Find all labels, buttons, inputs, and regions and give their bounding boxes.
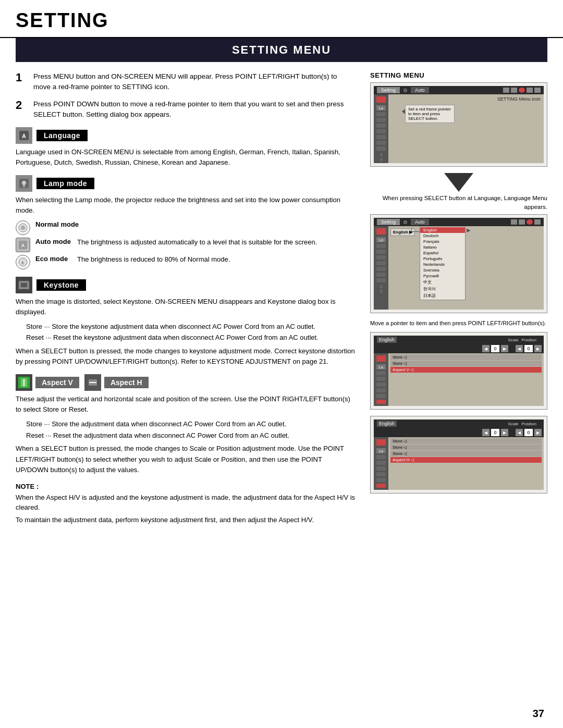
- ctrl-right-4[interactable]: ▶: [534, 429, 542, 436]
- mock-main-1: SETTING Menu icon Set a red frame pointe…: [388, 94, 544, 163]
- eco-mode-label: Eco mode: [35, 255, 72, 263]
- lang-italiano: Italiano: [420, 244, 465, 250]
- svg-point-6: [21, 226, 25, 230]
- setting-menu-icon-label: SETTING Menu icon: [497, 96, 541, 102]
- row-store-3: Store ◁: [390, 438, 542, 444]
- main-content: 1 Press MENU button and ON-SCREEN MENU w…: [0, 71, 563, 525]
- position-label-3: Position: [522, 338, 536, 342]
- note-title: NOTE :: [16, 483, 356, 490]
- row-aspect-h: Aspect H ◁: [390, 457, 542, 463]
- language-section-header: A Language: [16, 127, 356, 144]
- lang-russian: Русский: [420, 273, 465, 279]
- mock-screen-4: English Scale Position ◀ 0 ▶ ◀ 0 ▶ La: [370, 416, 547, 493]
- note-section: NOTE : When the Aspect H/V is adjusted a…: [16, 483, 356, 525]
- ctrl-val-2: 0: [524, 345, 533, 352]
- svg-rect-4: [23, 185, 25, 187]
- page-title: SETTING: [16, 9, 547, 32]
- step-2: 2 Press POINT DOWN button to move a red-…: [16, 99, 356, 120]
- row-store-1: Store ◁: [390, 354, 542, 360]
- aspect-v-icon: [16, 374, 32, 391]
- mock-main-3: Store ◁ Store ◁ Aspect V ◁: [388, 353, 544, 406]
- arrow-down-icon: [444, 173, 473, 192]
- mock-screen-1: Setting ⚙ Auto La: [370, 82, 547, 167]
- aspect-h-label: Aspect H: [104, 377, 149, 388]
- aspect-select-text: When a SELECT button is pressed, the mod…: [16, 443, 356, 475]
- auto-mode-row: A Auto mode The brightness is adjusted a…: [16, 238, 356, 252]
- mock-tab-setting: Setting: [377, 87, 400, 93]
- mock-layout-2: La English ▶ English: [374, 226, 544, 310]
- mock-layout-4: La Store ◁ Store ◁ Store ◁ Aspect H ◁: [374, 437, 544, 490]
- keystone-select-text: When a SELECT button is pressed, the mod…: [16, 346, 356, 367]
- ctrl-right-3[interactable]: ▶: [501, 429, 508, 436]
- lang-portugues: Português: [420, 256, 465, 262]
- row-store-4: Store ◁: [390, 445, 542, 450]
- left-column: 1 Press MENU button and ON-SCREEN MENU w…: [16, 71, 370, 525]
- right-section-title: SETTING MENU: [370, 71, 547, 79]
- ctrl-right-2[interactable]: ▶: [534, 345, 542, 352]
- aspect-h-icon: [84, 374, 101, 391]
- note-line-2: To maintain the adjustment data, perform…: [16, 515, 356, 525]
- aspect-reset-text: Reset ··· Reset the adjustment data when…: [26, 430, 356, 441]
- right-column: SETTING MENU Setting ⚙ Auto La: [370, 71, 547, 525]
- mock-topbar-1: Setting ⚙ Auto: [374, 86, 544, 94]
- mock-sidebar-2: La: [374, 226, 388, 310]
- step-1: 1 Press MENU button and ON-SCREEN MENU w…: [16, 71, 356, 93]
- ctrl-left-4[interactable]: ◀: [516, 429, 523, 436]
- ctrl-right-1[interactable]: ▶: [501, 345, 508, 352]
- step-text-2: Press POINT DOWN button to move a red-fr…: [33, 99, 356, 120]
- section-title: SETTING MENU: [16, 38, 547, 62]
- mock-english-label-3: English: [377, 337, 397, 343]
- keystone-section-header: Keystone: [16, 277, 356, 293]
- lang-arrow: ▶: [467, 227, 471, 233]
- language-icon: A: [16, 127, 32, 144]
- note-line-1: When the Aspect H/V is adjusted and the …: [16, 492, 356, 513]
- lang-korean: 한국어: [420, 286, 465, 292]
- mock-layout-1: La SETTING Menu icon: [374, 94, 544, 163]
- scale-label-3: Scale: [508, 338, 519, 342]
- pointer-line: [411, 231, 420, 232]
- keystone-reset-text: Reset ··· Reset the keystone adjustment …: [26, 332, 356, 343]
- row-store-2: Store ◁: [390, 361, 542, 366]
- lang-svenska: Svenska: [420, 267, 465, 273]
- eco-mode-row: E Eco mode The brightness is reduced to …: [16, 255, 356, 269]
- lang-espanol: Español: [420, 250, 465, 256]
- lang-deutsch: Deutsch: [420, 233, 465, 239]
- aspect-section-header: Aspect V Aspect H: [16, 374, 356, 391]
- language-list: English Deutsch Français Italiano Españo…: [420, 226, 466, 300]
- row-store-5: Store ◁: [390, 451, 542, 456]
- normal-mode-icon: [16, 220, 30, 235]
- auto-mode-label: Auto mode: [35, 238, 72, 245]
- ctrl-left-2[interactable]: ◀: [516, 345, 523, 352]
- lang-chinese: 中文: [420, 279, 465, 286]
- lang-francais: Français: [420, 239, 465, 244]
- controls-row-3: ◀ 0 ▶ ◀ 0 ▶: [374, 344, 544, 353]
- normal-mode-row: Normal mode: [16, 220, 356, 235]
- page-header: SETTING: [0, 0, 563, 38]
- mock-english-label-4: English: [377, 421, 397, 427]
- aspect-body: These adjust the vertical and horizontal…: [16, 394, 356, 415]
- svg-text:A: A: [22, 133, 26, 139]
- ctrl-val-3: 0: [491, 429, 499, 436]
- mock-sidebar-1: La: [374, 94, 388, 163]
- lang-nederlands: Nederlands: [420, 262, 465, 267]
- ctrl-val-4: 0: [524, 429, 533, 436]
- mock-screen-2: Setting ⚙ Auto La: [370, 214, 547, 313]
- lang-japanese: 日本語: [420, 292, 465, 299]
- ctrl-left-3[interactable]: ◀: [482, 429, 489, 436]
- lamp-label: Lamp mode: [36, 178, 94, 189]
- mock-tab-setting-2: Setting: [377, 219, 400, 225]
- arrow-down-container: [370, 173, 547, 192]
- mock-layout-3: La Store ◁ Store ◁ Aspect V ◁: [374, 353, 544, 406]
- mock-sidebar-4: La: [374, 437, 388, 490]
- aspect-h-button: Aspect H: [84, 374, 149, 391]
- ctrl-val-1: 0: [491, 345, 499, 352]
- auto-mode-icon: A: [16, 238, 30, 252]
- ctrl-left-1[interactable]: ◀: [482, 345, 489, 352]
- keystone-body: When the image is distorted, select Keys…: [16, 297, 356, 317]
- scale-label-4: Scale: [508, 422, 519, 426]
- svg-rect-13: [21, 283, 27, 287]
- position-label-4: Position: [522, 422, 536, 426]
- page-number: 37: [533, 708, 544, 720]
- normal-mode-label: Normal mode: [35, 220, 79, 228]
- pointer-line-v: [411, 228, 412, 232]
